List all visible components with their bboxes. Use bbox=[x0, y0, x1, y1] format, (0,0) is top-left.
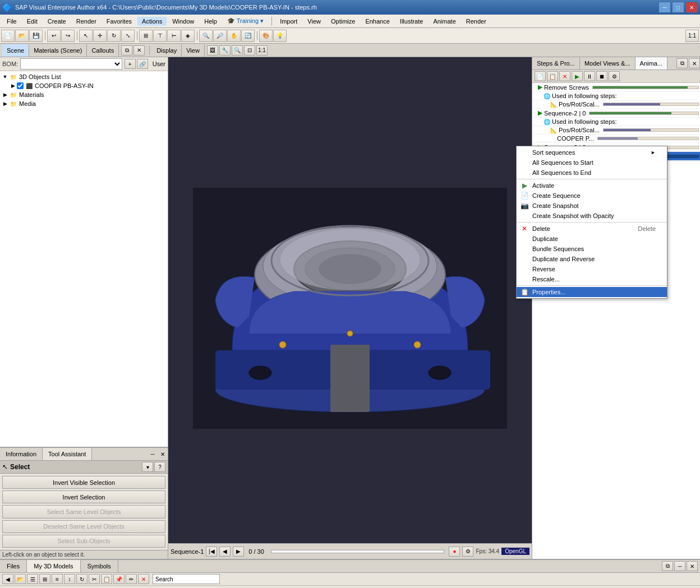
steps-item-remove-screws[interactable]: ▶ Remove Screws bbox=[532, 83, 700, 92]
tb-open[interactable]: 📂 bbox=[15, 30, 29, 42]
fb-grid-btn[interactable]: ⊞ bbox=[39, 574, 50, 584]
settings-btn2[interactable]: ⚙ bbox=[462, 547, 473, 557]
tb-fit[interactable]: ⊞ bbox=[139, 30, 153, 42]
tb-select[interactable]: ↖ bbox=[79, 30, 93, 42]
tab-view[interactable]: View bbox=[182, 44, 205, 57]
close-button[interactable]: ✕ bbox=[685, 2, 698, 13]
menu-actions[interactable]: Actions bbox=[137, 17, 167, 26]
tb-save[interactable]: 💾 bbox=[29, 30, 43, 42]
ctx-activate[interactable]: ▶ Activate bbox=[517, 180, 667, 191]
fb-list-btn[interactable]: ☰ bbox=[27, 574, 38, 584]
ctx-duplicate-reverse[interactable]: Duplicate and Reverse bbox=[517, 254, 667, 264]
panel-float-btn[interactable]: ⧉ bbox=[121, 45, 132, 55]
btn-deselect-same-level[interactable]: Deselect Same Level Objects bbox=[2, 520, 165, 533]
rpt-model-views[interactable]: Model Views &... bbox=[580, 57, 635, 70]
ctx-sort-sequences[interactable]: Sort sequences ► bbox=[517, 147, 667, 158]
ctx-all-to-start[interactable]: All Sequences to Start bbox=[517, 158, 667, 168]
fb-rename-btn[interactable]: ✏ bbox=[126, 574, 137, 584]
fb-back-btn[interactable]: ◀ bbox=[2, 574, 13, 584]
fb-cut-btn[interactable]: ✂ bbox=[89, 574, 100, 584]
steps-item-pos-rot-1[interactable]: 📐 Pos/Rot/Scal... bbox=[532, 100, 700, 109]
tb-orbit[interactable]: 🔄 bbox=[241, 30, 255, 42]
steps-item-used-2[interactable]: 🌐 Used in following steps: bbox=[532, 118, 700, 126]
fb-sort-btn[interactable]: ↕ bbox=[64, 574, 75, 584]
fb-minimize-btn[interactable]: ─ bbox=[674, 561, 685, 571]
tb-view-front[interactable]: ⊢ bbox=[167, 30, 181, 42]
ctx-create-snapshot-opacity[interactable]: Create Snapshot with Opacity bbox=[517, 211, 667, 221]
menu-illustrate[interactable]: Illustrate bbox=[395, 17, 428, 26]
tab-display[interactable]: Display bbox=[152, 44, 182, 57]
steps-stop-btn[interactable]: ⏹ bbox=[596, 71, 607, 81]
tb-redo[interactable]: ↪ bbox=[61, 30, 75, 42]
menu-favorites[interactable]: Favorites bbox=[102, 17, 136, 26]
menu-optimize[interactable]: Optimize bbox=[326, 17, 360, 26]
fb-tab-files[interactable]: Files bbox=[0, 560, 27, 572]
window-controls[interactable]: ─ □ ✕ bbox=[658, 2, 698, 13]
tb-view-top[interactable]: ⊤ bbox=[153, 30, 167, 42]
btn-select-sub-objects[interactable]: Select Sub-Objects bbox=[2, 535, 165, 548]
menu-window[interactable]: Window bbox=[168, 17, 199, 26]
bom-add-btn[interactable]: + bbox=[125, 59, 136, 69]
ctx-create-snapshot[interactable]: 📷 Create Snapshot bbox=[517, 201, 667, 211]
tree-item-media[interactable]: ▶ 📁 Media bbox=[1, 99, 167, 108]
play-first-btn[interactable]: |◀ bbox=[206, 547, 217, 557]
tree-item-3d-objects[interactable]: ▼ 📁 3D Objects List bbox=[1, 72, 167, 81]
expand-materials[interactable]: ▶ bbox=[1, 91, 9, 99]
fb-delete-btn[interactable]: ✕ bbox=[138, 574, 149, 584]
panel-close-btn[interactable]: ✕ bbox=[133, 45, 145, 55]
menu-help[interactable]: Help bbox=[200, 17, 222, 26]
steps-settings-btn[interactable]: ⚙ bbox=[609, 71, 620, 81]
tab-materials-scene[interactable]: Materials (Scene) bbox=[29, 44, 87, 57]
ctx-all-to-end[interactable]: All Sequences to End bbox=[517, 168, 667, 178]
view-zoom-btn[interactable]: 🔍 bbox=[232, 45, 243, 55]
tb-view-iso[interactable]: ◈ bbox=[181, 30, 195, 42]
tb-move[interactable]: ✛ bbox=[93, 30, 107, 42]
tb-zoom-out[interactable]: 🔎 bbox=[213, 30, 227, 42]
ctx-rescale[interactable]: Rescale... bbox=[517, 274, 667, 284]
cooper-checkbox[interactable] bbox=[17, 82, 24, 89]
tb-scale[interactable]: ⤡ bbox=[121, 30, 135, 42]
select-help-btn[interactable]: ? bbox=[154, 462, 165, 472]
tb-render-btn[interactable]: 🎨 bbox=[259, 30, 273, 42]
view-tool-btn[interactable]: 🔧 bbox=[219, 45, 231, 55]
bom-select[interactable] bbox=[20, 58, 122, 70]
menu-import[interactable]: Import bbox=[275, 17, 302, 26]
tb-new[interactable]: 📄 bbox=[1, 30, 15, 42]
view-icon-btn[interactable]: 🖼 bbox=[207, 45, 218, 55]
fb-search-input[interactable] bbox=[153, 574, 220, 584]
steps-new-btn[interactable]: 📄 bbox=[535, 71, 546, 81]
tab-scene[interactable]: Scene bbox=[2, 44, 29, 57]
btn-select-same-level[interactable]: Select Same Level Objects bbox=[2, 505, 165, 518]
ta-close-btn[interactable]: ✕ bbox=[158, 449, 168, 459]
ctx-delete[interactable]: ✕ Delete Delete bbox=[517, 224, 667, 234]
select-dropdown-btn[interactable]: ▾ bbox=[142, 462, 153, 472]
tb-render2-btn[interactable]: 💡 bbox=[273, 30, 287, 42]
fb-close-btn[interactable]: ✕ bbox=[687, 561, 698, 571]
record-btn[interactable]: ● bbox=[449, 547, 460, 557]
rp-float-btn[interactable]: ⧉ bbox=[676, 58, 688, 68]
fb-detail-btn[interactable]: ≡ bbox=[52, 574, 63, 584]
bom-link-btn[interactable]: 🔗 bbox=[137, 59, 148, 69]
btn-invert-visible-selection[interactable]: Invert Visible Selection bbox=[2, 476, 165, 489]
fb-open-btn[interactable]: 📂 bbox=[15, 574, 26, 584]
menu-render2[interactable]: Render bbox=[462, 17, 491, 26]
expand-media[interactable]: ▶ bbox=[1, 100, 9, 108]
fb-copy-btn[interactable]: 📋 bbox=[101, 574, 112, 584]
ta-minimize-btn[interactable]: ─ bbox=[148, 449, 158, 459]
tb-undo[interactable]: ↩ bbox=[47, 30, 61, 42]
menu-enhance[interactable]: Enhance bbox=[361, 17, 394, 26]
progress-bar[interactable] bbox=[271, 550, 445, 553]
steps-pause-btn[interactable]: ⏸ bbox=[584, 71, 595, 81]
tb-settings-btn[interactable]: 1:1 bbox=[685, 30, 699, 42]
expand-3d-objects[interactable]: ▼ bbox=[1, 73, 9, 81]
expand-cooper[interactable]: ▶ bbox=[9, 82, 17, 90]
play-prev-btn[interactable]: ◀ bbox=[219, 547, 231, 557]
3d-view[interactable]: Sequence-1 |◀ ◀ ▶ 0 / 30 ● ⚙ Fps: 34.4 O… bbox=[168, 57, 532, 559]
ctx-duplicate[interactable]: Duplicate bbox=[517, 234, 667, 244]
rpt-animations[interactable]: Anima... bbox=[635, 57, 667, 70]
steps-item-cooper-p[interactable]: COOPER P... bbox=[532, 135, 700, 143]
ctx-reverse[interactable]: Reverse bbox=[517, 264, 667, 274]
steps-item-used-1[interactable]: 🌐 Used in following steps: bbox=[532, 92, 700, 100]
fb-paste-btn[interactable]: 📌 bbox=[113, 574, 125, 584]
menu-view[interactable]: View bbox=[303, 17, 325, 26]
